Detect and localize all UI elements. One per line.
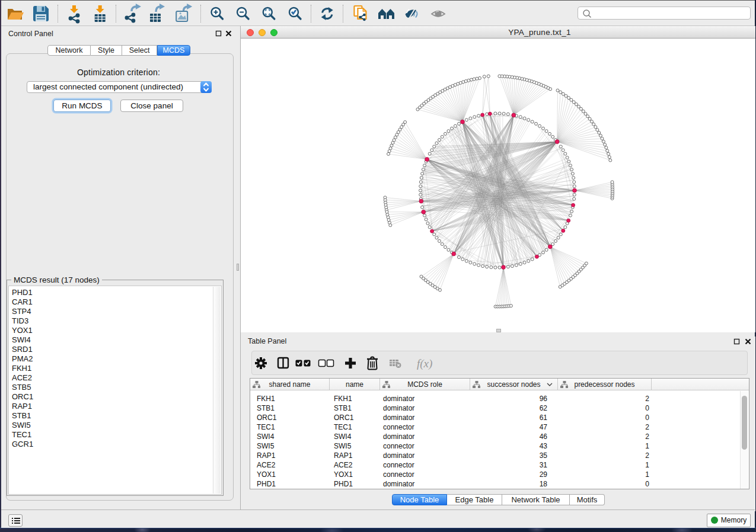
svg-text:f(x): f(x) xyxy=(417,357,432,370)
